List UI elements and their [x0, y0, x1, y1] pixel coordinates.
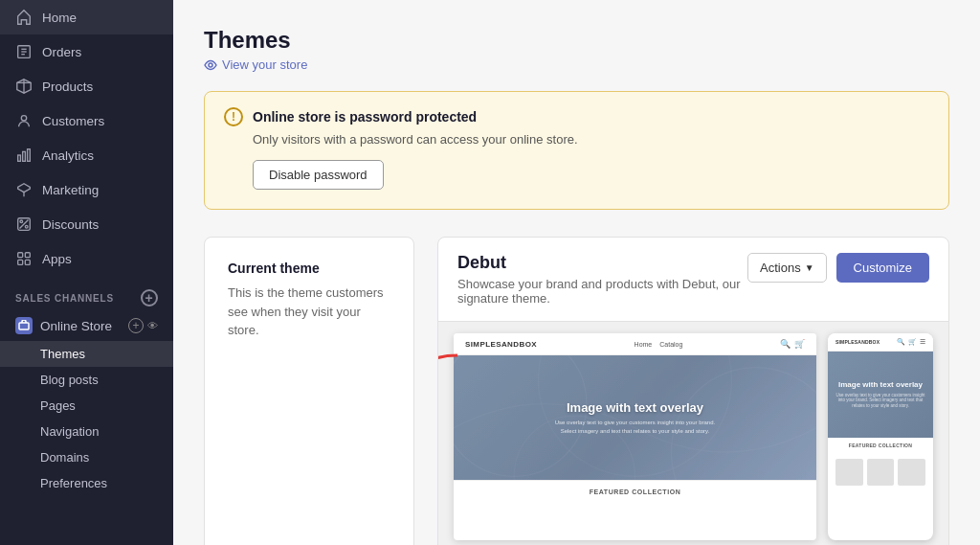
theme-info: Debut Showcase your brand and products w…	[457, 253, 745, 306]
search-icon: 🔍	[780, 339, 791, 349]
svg-rect-9	[23, 151, 26, 161]
sub-item-themes[interactable]: Themes	[0, 341, 173, 367]
sub-item-blog-posts[interactable]: Blog posts	[0, 367, 173, 393]
nav-item-discounts[interactable]: Discounts	[0, 207, 173, 241]
theme-tagline: Showcase your brand and products with De…	[457, 277, 745, 306]
nav-item-apps[interactable]: Apps	[0, 241, 173, 276]
online-store-actions: + 👁	[128, 318, 158, 333]
mobile-products	[828, 453, 933, 491]
svg-line-14	[20, 220, 29, 229]
desktop-nav-icons: 🔍 🛒	[780, 339, 805, 349]
mobile-search-icon: 🔍	[897, 338, 905, 346]
marketing-icon	[15, 181, 33, 198]
svg-point-7	[21, 116, 26, 121]
page-title: Themes	[204, 27, 949, 54]
actions-dropdown-button[interactable]: Actions ▼	[747, 253, 827, 283]
apps-icon	[15, 250, 33, 267]
cart-icon: 🛒	[794, 339, 805, 349]
online-store-icon	[15, 317, 33, 334]
svg-rect-18	[18, 260, 23, 264]
home-icon	[15, 9, 33, 26]
desktop-nav: SIMPLESANDBOX Home Catalog 🔍 🛒	[454, 333, 816, 355]
chevron-down-icon: ▼	[805, 262, 814, 273]
online-store-eye-button[interactable]: 👁	[147, 320, 158, 331]
add-online-store-button[interactable]: +	[128, 318, 144, 333]
desktop-hero-text: Image with text overlay	[567, 400, 703, 415]
warning-icon: !	[224, 107, 243, 126]
desktop-collection-label: FEATURED COLLECTION	[454, 480, 816, 503]
svg-rect-16	[18, 253, 23, 258]
mobile-hero-subtext: Use overlay text to give your customers …	[834, 393, 927, 410]
customers-icon	[15, 112, 33, 129]
nav-item-products[interactable]: Products	[0, 69, 173, 103]
nav-item-marketing[interactable]: Marketing	[0, 172, 173, 207]
mobile-brand: SIMPLESANDBOX	[835, 339, 880, 345]
desktop-mockup: SIMPLESANDBOX Home Catalog 🔍 🛒	[454, 333, 816, 540]
analytics-icon	[15, 147, 33, 164]
eye-icon	[204, 58, 217, 72]
mobile-collection-label: FEATURED COLLECTION	[828, 438, 933, 453]
hero-pattern	[454, 355, 816, 480]
main-content: Themes View your store ! Online store is…	[173, 0, 980, 545]
mobile-hero-text: Image with text overlay	[838, 380, 923, 390]
theme-preview-card: Debut Showcase your brand and products w…	[437, 237, 949, 545]
products-icon	[15, 78, 33, 95]
nav-item-orders[interactable]: Orders	[0, 34, 173, 69]
mobile-menu-icon: ☰	[920, 338, 925, 346]
disable-password-button[interactable]: Disable password	[253, 160, 384, 190]
desktop-hero-subtext: Use overlay text to give your customers …	[549, 419, 722, 435]
sub-item-navigation[interactable]: Navigation	[0, 419, 173, 444]
sub-item-pages[interactable]: Pages	[0, 393, 173, 419]
warning-header: ! Online store is password protected	[224, 107, 929, 126]
svg-rect-19	[25, 260, 30, 264]
mobile-mockup: SIMPLESANDBOX 🔍 🛒 ☰ Image with text over…	[828, 333, 933, 540]
nav-item-analytics[interactable]: Analytics	[0, 138, 173, 172]
sub-item-preferences[interactable]: Preferences	[0, 470, 173, 496]
nav-item-customers[interactable]: Customers	[0, 103, 173, 138]
current-theme-card: Current theme This is the theme customer…	[204, 237, 414, 545]
mobile-nav-icons: 🔍 🛒 ☰	[897, 338, 925, 346]
sub-menu: Themes Blog posts Pages Navigation Domai…	[0, 341, 173, 496]
current-theme-description: This is the theme customers see when the…	[228, 284, 390, 340]
svg-rect-17	[25, 253, 30, 258]
desktop-nav-links: Home Catalog	[635, 341, 683, 348]
svg-point-21	[209, 63, 212, 67]
password-warning-banner: ! Online store is password protected Onl…	[204, 91, 949, 210]
warning-description: Only visitors with a password can access…	[253, 132, 929, 147]
desktop-brand: SIMPLESANDBOX	[465, 340, 537, 349]
theme-mockup-container: SIMPLESANDBOX Home Catalog 🔍 🛒	[438, 322, 948, 545]
nav-item-home[interactable]: Home	[0, 0, 173, 34]
sub-item-domains[interactable]: Domains	[0, 444, 173, 470]
svg-rect-10	[28, 149, 31, 162]
svg-rect-8	[18, 155, 21, 161]
theme-actions: Actions ▼ Customize	[747, 253, 929, 283]
svg-point-13	[25, 225, 28, 228]
sidebar: Home Orders Products Customers Analytics…	[0, 0, 173, 545]
sales-channels-label: SALES CHANNELS +	[0, 276, 173, 310]
online-store-item[interactable]: Online Store + 👁	[0, 310, 173, 341]
current-theme-title: Current theme	[228, 261, 390, 276]
theme-header: Debut Showcase your brand and products w…	[438, 238, 948, 322]
desktop-hero: Image with text overlay Use overlay text…	[454, 355, 816, 480]
customize-button[interactable]: Customize	[836, 253, 929, 283]
add-channel-button[interactable]: +	[141, 289, 158, 307]
svg-rect-20	[19, 323, 29, 329]
svg-point-12	[20, 220, 23, 223]
orders-icon	[15, 43, 33, 60]
mobile-cart-icon: 🛒	[908, 338, 917, 346]
mobile-hero: Image with text overlay Use overlay text…	[828, 352, 933, 438]
cards-row: Current theme This is the theme customer…	[204, 237, 949, 545]
discounts-icon	[15, 216, 33, 233]
warning-title: Online store is password protected	[253, 109, 477, 125]
view-store-link[interactable]: View your store	[204, 57, 949, 72]
mobile-nav: SIMPLESANDBOX 🔍 🛒 ☰	[828, 333, 933, 352]
theme-name: Debut	[457, 253, 745, 273]
